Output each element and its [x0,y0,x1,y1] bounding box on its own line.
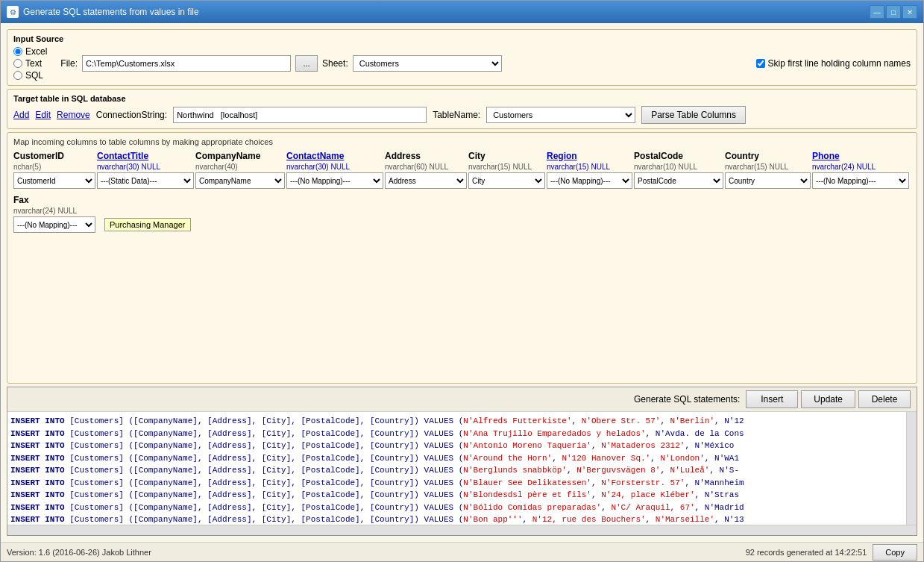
title-bar-left: ⚙ Generate SQL statements from values in… [7,6,199,18]
input-source-section: Input Source Excel Text SQL [7,29,917,86]
scrollbar-vertical[interactable] [906,412,917,525]
status-bar: Version: 1.6 (2016-06-26) Jakob Lithner … [1,542,923,561]
connection-input[interactable] [173,107,427,123]
col-contacttitle-select[interactable]: ---(Static Data)--- ---(No Mapping)--- C… [97,172,194,189]
sql-area-container: Generate SQL statements: Insert Update D… [7,387,917,536]
col-contactname-select[interactable]: ---(No Mapping)--- ContactName [286,172,383,189]
input-source-title: Input Source [13,34,911,43]
edit-button[interactable]: Edit [35,110,51,120]
version-text: Version: 1.6 (2016-06-26) Jakob Lithner [7,548,151,557]
col-postalcode-type: nvarchar(10) NULL [634,163,723,171]
generate-label: Generate SQL statements: [634,394,740,405]
window-title: Generate SQL statements from values in f… [23,7,199,17]
columns-area: CustomerID nchar(5) CustomerId ---(No Ma… [13,151,911,189]
col-fax-type: nvarchar(24) NULL [13,207,95,215]
sql-line: INSERT INTO [Customers] ([CompanyName], … [10,513,903,525]
parse-button[interactable]: Parse Table Columns [641,106,746,124]
col-contactname-type: nvarchar(30) NULL [286,163,383,171]
sql-line: INSERT INTO [Customers] ([CompanyName], … [10,502,903,514]
browse-button[interactable]: ... [295,55,318,72]
col-address-type: nvarchar(60) NULL [385,163,467,171]
sheet-select[interactable]: Customers [353,55,502,72]
column-fax: Fax nvarchar(24) NULL ---(No Mapping)---… [13,195,95,233]
sql-line: INSERT INTO [Customers] ([CompanyName], … [10,477,903,490]
minimize-button[interactable]: — [870,5,884,19]
col-city-name: City [468,151,545,161]
generate-row: Generate SQL statements: Insert Update D… [7,387,917,412]
target-section: Target table in SQL database Add Edit Re… [7,89,917,129]
sql-line: INSERT INTO [Customers] ([CompanyName], … [10,428,903,440]
sql-line: INSERT INTO [Customers] ([CompanyName], … [10,440,903,452]
radio-group: Excel Text SQL [13,46,47,81]
col-region-select[interactable]: ---(No Mapping)--- Region [547,172,632,189]
remove-button[interactable]: Remove [57,110,90,120]
col-country-type: nvarchar(15) NULL [725,163,811,171]
col-contacttitle-type: nvarchar(30) NULL [97,163,194,171]
add-button[interactable]: Add [13,110,29,120]
title-controls: — □ ✕ [870,5,917,19]
column-companyname: CompanyName nvarchar(40) CompanyName ---… [195,151,285,189]
col-companyname-select[interactable]: CompanyName ---(No Mapping)--- [195,172,285,189]
col-region-name: Region [547,151,632,161]
column-phone: Phone nvarchar(24) NULL ---(No Mapping)-… [812,151,909,189]
col-city-select[interactable]: City ---(No Mapping)--- [468,172,545,189]
col-city-type: nvarchar(15) NULL [468,163,545,171]
maximize-button[interactable]: □ [886,5,901,19]
second-mapping-row: Fax nvarchar(24) NULL ---(No Mapping)---… [13,195,911,233]
col-fax-name: Fax [13,195,95,205]
main-window: ⚙ Generate SQL statements from values in… [0,0,924,562]
column-address: Address nvarchar(60) NULL Address ---(No… [385,151,467,189]
col-address-name: Address [385,151,467,161]
mapping-section: Map incoming columns to table columns by… [7,132,917,384]
radio-sql[interactable]: SQL [13,70,47,81]
radio-text-label: Text [25,58,42,69]
skip-label: Skip first line holding column names [768,58,911,69]
col-country-select[interactable]: Country ---(No Mapping)--- [725,172,811,189]
col-companyname-name: CompanyName [195,151,285,161]
input-source-row: Excel Text SQL File: ... Sheet: [13,46,911,81]
skip-checkbox[interactable] [756,59,765,68]
sql-line: INSERT INTO [Customers] ([CompanyName], … [10,452,903,465]
insert-button[interactable]: Insert [746,390,798,408]
target-title: Target table in SQL database [13,94,911,103]
radio-text-input[interactable] [13,59,22,68]
radio-sql-label: SQL [25,70,43,81]
column-city: City nvarchar(15) NULL City ---(No Mappi… [468,151,545,189]
column-region: Region nvarchar(15) NULL ---(No Mapping)… [547,151,632,189]
column-country: Country nvarchar(15) NULL Country ---(No… [725,151,811,189]
sql-line: INSERT INTO [Customers] ([CompanyName], … [10,464,903,477]
radio-text[interactable]: Text [13,58,47,69]
mapping-hint: Map incoming columns to table columns by… [13,137,911,146]
column-contacttitle: ContactTitle nvarchar(30) NULL ---(Stati… [97,151,194,189]
delete-button[interactable]: Delete [858,390,911,408]
sql-line: INSERT INTO [Customers] ([CompanyName], … [10,489,903,502]
radio-excel-label: Excel [25,46,47,57]
col-address-select[interactable]: Address ---(No Mapping)--- [385,172,467,189]
target-row: Add Edit Remove ConnectionString: TableN… [13,106,911,124]
col-customerid-type: nchar(5) [13,163,95,171]
update-button[interactable]: Update [801,390,855,408]
title-bar: ⚙ Generate SQL statements from values in… [1,1,923,23]
col-postalcode-select[interactable]: PostalCode ---(No Mapping)--- [634,172,723,189]
col-phone-type: nvarchar(24) NULL [812,163,909,171]
sheet-label: Sheet: [322,58,348,69]
radio-excel[interactable]: Excel [13,46,47,57]
file-input[interactable] [82,55,291,72]
col-customerid-name: CustomerID [13,151,95,161]
col-contactname-name: ContactName [286,151,383,161]
radio-excel-input[interactable] [13,47,22,56]
sql-line: INSERT INTO [Customers] ([CompanyName], … [10,415,903,428]
copy-button[interactable]: Copy [873,544,917,561]
col-customerid-select[interactable]: CustomerId ---(No Mapping)--- ---(Static… [13,172,95,189]
scrollbar-horizontal[interactable] [7,527,917,534]
col-phone-name: Phone [812,151,909,161]
radio-sql-input[interactable] [13,71,22,80]
scrollbar-horizontal-container [7,525,917,535]
table-select[interactable]: Customers [486,107,635,123]
sql-scroll-area: INSERT INTO [Customers] ([CompanyName], … [7,412,917,525]
col-fax-select[interactable]: ---(No Mapping)--- Fax [13,216,95,233]
app-icon: ⚙ [7,6,19,18]
close-button[interactable]: ✕ [902,5,917,19]
sql-output[interactable]: INSERT INTO [Customers] ([CompanyName], … [7,412,906,525]
col-phone-select[interactable]: ---(No Mapping)--- Phone [812,172,909,189]
